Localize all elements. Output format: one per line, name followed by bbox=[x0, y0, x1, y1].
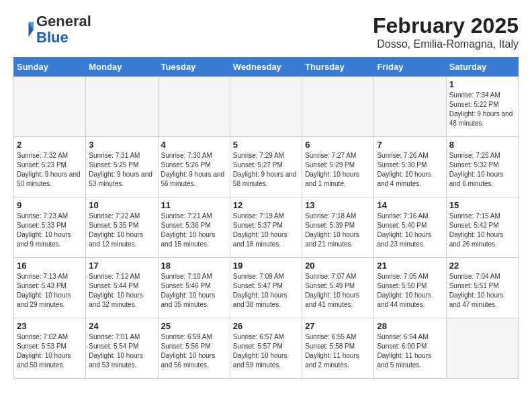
day-number: 2 bbox=[17, 140, 83, 150]
logo-icon bbox=[13, 19, 34, 40]
calendar-week-row: 2Sunrise: 7:32 AM Sunset: 5:23 PM Daylig… bbox=[14, 137, 519, 197]
day-info: Sunrise: 7:30 AM Sunset: 5:26 PM Dayligh… bbox=[161, 151, 227, 189]
day-info: Sunrise: 7:12 AM Sunset: 5:44 PM Dayligh… bbox=[89, 272, 154, 310]
calendar-cell: 3Sunrise: 7:31 AM Sunset: 5:25 PM Daylig… bbox=[86, 137, 158, 197]
col-thursday: Thursday bbox=[302, 58, 374, 77]
calendar-cell: 23Sunrise: 7:02 AM Sunset: 5:53 PM Dayli… bbox=[14, 318, 86, 379]
calendar-cell: 19Sunrise: 7:09 AM Sunset: 5:47 PM Dayli… bbox=[230, 258, 302, 318]
calendar-cell: 10Sunrise: 7:22 AM Sunset: 5:35 PM Dayli… bbox=[86, 197, 158, 258]
day-info: Sunrise: 7:23 AM Sunset: 5:33 PM Dayligh… bbox=[17, 212, 83, 249]
calendar-cell: 15Sunrise: 7:15 AM Sunset: 5:42 PM Dayli… bbox=[446, 197, 518, 258]
calendar-cell: 2Sunrise: 7:32 AM Sunset: 5:23 PM Daylig… bbox=[14, 137, 86, 197]
day-number: 5 bbox=[233, 140, 299, 150]
day-number: 1 bbox=[449, 79, 515, 89]
calendar-cell: 17Sunrise: 7:12 AM Sunset: 5:44 PM Dayli… bbox=[86, 258, 158, 318]
calendar-cell: 26Sunrise: 6:57 AM Sunset: 5:57 PM Dayli… bbox=[230, 318, 302, 379]
col-monday: Monday bbox=[86, 58, 158, 77]
day-info: Sunrise: 7:16 AM Sunset: 5:40 PM Dayligh… bbox=[377, 212, 443, 249]
calendar-cell: 14Sunrise: 7:16 AM Sunset: 5:40 PM Dayli… bbox=[374, 197, 446, 258]
calendar-cell: 11Sunrise: 7:21 AM Sunset: 5:36 PM Dayli… bbox=[158, 197, 230, 258]
day-number: 26 bbox=[233, 321, 299, 331]
col-tuesday: Tuesday bbox=[158, 58, 230, 77]
day-number: 22 bbox=[449, 261, 515, 271]
day-info: Sunrise: 7:15 AM Sunset: 5:42 PM Dayligh… bbox=[449, 212, 515, 249]
day-info: Sunrise: 7:19 AM Sunset: 5:37 PM Dayligh… bbox=[233, 212, 299, 249]
day-number: 12 bbox=[233, 200, 299, 210]
calendar-cell: 25Sunrise: 6:59 AM Sunset: 5:56 PM Dayli… bbox=[158, 318, 230, 379]
calendar-week-row: 9Sunrise: 7:23 AM Sunset: 5:33 PM Daylig… bbox=[14, 197, 519, 258]
calendar-cell: 27Sunrise: 6:55 AM Sunset: 5:58 PM Dayli… bbox=[302, 318, 374, 379]
day-number: 24 bbox=[89, 321, 154, 331]
calendar-cell: 1Sunrise: 7:34 AM Sunset: 5:22 PM Daylig… bbox=[446, 77, 518, 137]
calendar-cell: 21Sunrise: 7:05 AM Sunset: 5:50 PM Dayli… bbox=[374, 258, 446, 318]
day-number: 3 bbox=[89, 140, 154, 150]
calendar-cell: 20Sunrise: 7:07 AM Sunset: 5:49 PM Dayli… bbox=[302, 258, 374, 318]
calendar-week-row: 23Sunrise: 7:02 AM Sunset: 5:53 PM Dayli… bbox=[14, 318, 519, 379]
calendar-week-row: 1Sunrise: 7:34 AM Sunset: 5:22 PM Daylig… bbox=[14, 77, 519, 137]
logo-blue-text: Blue bbox=[36, 30, 91, 46]
calendar-cell: 4Sunrise: 7:30 AM Sunset: 5:26 PM Daylig… bbox=[158, 137, 230, 197]
day-info: Sunrise: 7:09 AM Sunset: 5:47 PM Dayligh… bbox=[233, 272, 299, 310]
calendar-cell: 22Sunrise: 7:04 AM Sunset: 5:51 PM Dayli… bbox=[446, 258, 518, 318]
calendar-cell bbox=[86, 77, 158, 137]
day-number: 13 bbox=[305, 200, 371, 210]
day-number: 11 bbox=[161, 200, 227, 210]
day-info: Sunrise: 7:27 AM Sunset: 5:29 PM Dayligh… bbox=[305, 151, 371, 189]
month-title: February 2025 bbox=[373, 13, 519, 38]
day-number: 17 bbox=[89, 261, 154, 271]
calendar-cell: 9Sunrise: 7:23 AM Sunset: 5:33 PM Daylig… bbox=[14, 197, 86, 258]
day-number: 21 bbox=[377, 261, 443, 271]
day-info: Sunrise: 6:55 AM Sunset: 5:58 PM Dayligh… bbox=[305, 332, 371, 370]
logo-general-text: General bbox=[36, 13, 91, 30]
day-number: 27 bbox=[305, 321, 371, 331]
day-info: Sunrise: 7:07 AM Sunset: 5:49 PM Dayligh… bbox=[305, 272, 371, 310]
day-number: 4 bbox=[161, 140, 227, 150]
calendar-cell: 16Sunrise: 7:13 AM Sunset: 5:43 PM Dayli… bbox=[14, 258, 86, 318]
calendar-cell bbox=[14, 77, 86, 137]
day-info: Sunrise: 7:04 AM Sunset: 5:51 PM Dayligh… bbox=[449, 272, 515, 310]
day-info: Sunrise: 6:57 AM Sunset: 5:57 PM Dayligh… bbox=[233, 332, 299, 370]
day-number: 20 bbox=[305, 261, 371, 271]
calendar-cell: 8Sunrise: 7:25 AM Sunset: 5:32 PM Daylig… bbox=[446, 137, 518, 197]
col-friday: Friday bbox=[374, 58, 446, 77]
day-number: 28 bbox=[377, 321, 443, 331]
day-number: 9 bbox=[17, 200, 83, 210]
calendar-table: Sunday Monday Tuesday Wednesday Thursday… bbox=[13, 57, 519, 379]
day-info: Sunrise: 7:32 AM Sunset: 5:23 PM Dayligh… bbox=[17, 151, 83, 189]
calendar-week-row: 16Sunrise: 7:13 AM Sunset: 5:43 PM Dayli… bbox=[14, 258, 519, 318]
calendar-cell bbox=[446, 318, 518, 379]
day-number: 23 bbox=[17, 321, 83, 331]
day-number: 16 bbox=[17, 261, 83, 271]
day-info: Sunrise: 6:54 AM Sunset: 6:00 PM Dayligh… bbox=[377, 332, 443, 370]
location-text: Dosso, Emilia-Romagna, Italy bbox=[373, 38, 519, 50]
day-number: 8 bbox=[449, 140, 515, 150]
calendar-cell: 5Sunrise: 7:29 AM Sunset: 5:27 PM Daylig… bbox=[230, 137, 302, 197]
day-info: Sunrise: 7:02 AM Sunset: 5:53 PM Dayligh… bbox=[17, 332, 83, 370]
day-number: 6 bbox=[305, 140, 371, 150]
day-number: 15 bbox=[449, 200, 515, 210]
day-info: Sunrise: 7:22 AM Sunset: 5:35 PM Dayligh… bbox=[89, 212, 154, 249]
calendar-cell: 24Sunrise: 7:01 AM Sunset: 5:54 PM Dayli… bbox=[86, 318, 158, 379]
day-number: 25 bbox=[161, 321, 227, 331]
day-info: Sunrise: 7:29 AM Sunset: 5:27 PM Dayligh… bbox=[233, 151, 299, 189]
day-number: 18 bbox=[161, 261, 227, 271]
day-info: Sunrise: 7:34 AM Sunset: 5:22 PM Dayligh… bbox=[449, 91, 515, 128]
day-info: Sunrise: 7:05 AM Sunset: 5:50 PM Dayligh… bbox=[377, 272, 443, 310]
day-number: 19 bbox=[233, 261, 299, 271]
calendar-cell: 6Sunrise: 7:27 AM Sunset: 5:29 PM Daylig… bbox=[302, 137, 374, 197]
logo: General Blue bbox=[13, 13, 91, 46]
day-info: Sunrise: 7:13 AM Sunset: 5:43 PM Dayligh… bbox=[17, 272, 83, 310]
day-number: 7 bbox=[377, 140, 443, 150]
calendar-cell: 28Sunrise: 6:54 AM Sunset: 6:00 PM Dayli… bbox=[374, 318, 446, 379]
col-sunday: Sunday bbox=[14, 58, 86, 77]
calendar-cell: 7Sunrise: 7:26 AM Sunset: 5:30 PM Daylig… bbox=[374, 137, 446, 197]
calendar-cell bbox=[158, 77, 230, 137]
day-info: Sunrise: 7:18 AM Sunset: 5:39 PM Dayligh… bbox=[305, 212, 371, 249]
day-info: Sunrise: 7:26 AM Sunset: 5:30 PM Dayligh… bbox=[377, 151, 443, 189]
calendar-cell: 12Sunrise: 7:19 AM Sunset: 5:37 PM Dayli… bbox=[230, 197, 302, 258]
calendar-header-row: Sunday Monday Tuesday Wednesday Thursday… bbox=[14, 58, 519, 77]
day-info: Sunrise: 7:01 AM Sunset: 5:54 PM Dayligh… bbox=[89, 332, 154, 370]
calendar-cell bbox=[230, 77, 302, 137]
calendar-cell bbox=[302, 77, 374, 137]
day-info: Sunrise: 7:31 AM Sunset: 5:25 PM Dayligh… bbox=[89, 151, 154, 189]
